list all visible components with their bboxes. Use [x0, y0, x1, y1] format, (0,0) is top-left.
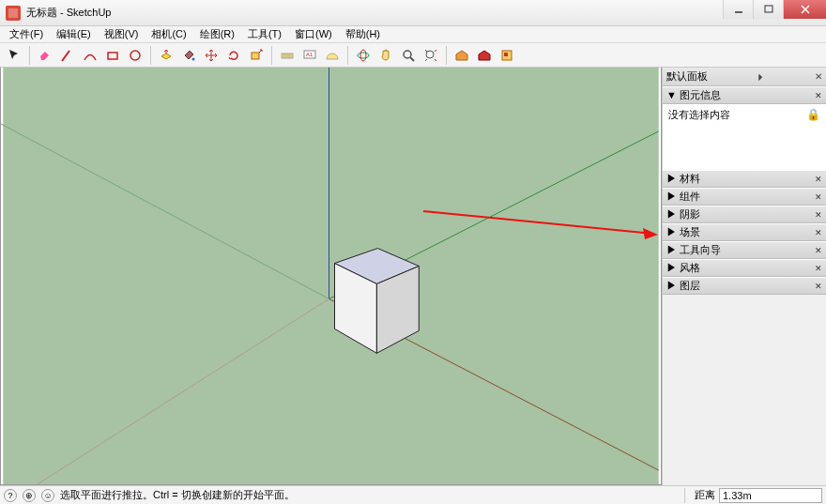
eraser-tool-icon[interactable]	[35, 45, 55, 66]
menu-window[interactable]: 窗口(W)	[289, 26, 338, 42]
panel-close-icon[interactable]: ✕	[815, 282, 822, 291]
toolbar: A1	[0, 43, 826, 68]
circle-tool-icon[interactable]	[125, 45, 145, 66]
panel-close-icon[interactable]: ✕	[815, 246, 822, 255]
move-tool-icon[interactable]	[201, 45, 222, 66]
panel-entity-info[interactable]: ▼ 图元信息 ✕	[663, 86, 826, 104]
panel-components[interactable]: ▶ 组件✕	[663, 188, 826, 206]
tape-tool-icon[interactable]	[277, 45, 298, 66]
workspace: 默认面板 ⏵ ✕ ▼ 图元信息 ✕ 没有选择内容 🔒 ▶ 材料✕ ▶ 组件✕ ▶…	[0, 68, 826, 485]
vcb-label: 距离	[695, 488, 715, 502]
pushpull-tool-icon[interactable]	[156, 45, 176, 66]
maximize-button[interactable]	[753, 0, 783, 19]
panel-styles[interactable]: ▶ 风格✕	[663, 259, 826, 277]
svg-rect-4	[108, 53, 117, 59]
pan-tool-icon[interactable]	[375, 45, 396, 66]
toolbar-sep	[271, 46, 272, 65]
tray-pin-icon[interactable]: ⏵	[757, 71, 766, 82]
warehouse-icon[interactable]	[451, 45, 472, 66]
entity-info-msg: 没有选择内容	[668, 108, 730, 122]
close-button[interactable]	[783, 0, 826, 19]
window-controls	[723, 0, 826, 25]
svg-line-14	[410, 57, 414, 61]
app-icon	[6, 6, 21, 21]
menu-view[interactable]: 视图(V)	[99, 26, 145, 42]
panel-shadows-label: 阴影	[680, 208, 700, 220]
svg-text:A1: A1	[306, 52, 314, 57]
menu-file[interactable]: 文件(F)	[4, 26, 49, 42]
tray-close-icon[interactable]: ✕	[815, 71, 822, 82]
text-tool-icon[interactable]: A1	[299, 45, 320, 66]
menubar: 文件(F) 编辑(E) 视图(V) 相机(C) 绘图(R) 工具(T) 窗口(W…	[0, 26, 826, 43]
window-title: 无标题 - SketchUp	[26, 6, 111, 20]
panel-components-label: 组件	[680, 191, 700, 202]
person-icon[interactable]: ☺	[41, 489, 54, 502]
panel-scenes[interactable]: ▶ 场景✕	[663, 223, 826, 241]
titlebar: 无标题 - SketchUp	[0, 0, 826, 26]
toolbar-sep	[150, 46, 151, 65]
svg-rect-18	[3, 68, 658, 484]
svg-point-15	[426, 51, 434, 58]
layout-icon[interactable]	[497, 45, 517, 66]
help-icon[interactable]: ?	[4, 489, 17, 502]
rotate-tool-icon[interactable]	[223, 45, 244, 66]
svg-point-5	[130, 51, 140, 60]
menu-edit[interactable]: 编辑(E)	[51, 26, 97, 42]
scale-tool-icon[interactable]	[246, 45, 267, 66]
tray-title: 默认面板	[666, 69, 708, 84]
toolbar-sep	[347, 46, 348, 65]
panel-styles-label: 风格	[680, 262, 700, 273]
line-tool-icon[interactable]	[57, 45, 78, 66]
menu-tools[interactable]: 工具(T)	[242, 26, 287, 42]
panel-entity-info-body: 没有选择内容 🔒	[663, 104, 826, 170]
paintbucket-tool-icon[interactable]	[178, 45, 199, 66]
menu-help[interactable]: 帮助(H)	[340, 26, 386, 42]
panel-shadows[interactable]: ▶ 阴影✕	[663, 206, 826, 223]
menu-draw[interactable]: 绘图(R)	[194, 26, 240, 42]
toolbar-sep	[446, 46, 447, 65]
measurements-box: 距离	[679, 488, 822, 503]
svg-point-6	[192, 57, 195, 60]
zoom-tool-icon[interactable]	[398, 45, 419, 66]
panel-instructor-label: 工具向导	[680, 244, 721, 255]
panel-instructor[interactable]: ▶ 工具向导✕	[663, 241, 826, 259]
extension-warehouse-icon[interactable]	[474, 45, 495, 66]
arc-tool-icon[interactable]	[80, 45, 100, 66]
panel-close-icon[interactable]: ✕	[815, 264, 822, 273]
rectangle-tool-icon[interactable]	[102, 45, 123, 66]
default-tray: 默认面板 ⏵ ✕ ▼ 图元信息 ✕ 没有选择内容 🔒 ▶ 材料✕ ▶ 组件✕ ▶…	[662, 68, 826, 485]
panel-close-icon[interactable]: ✕	[815, 175, 822, 184]
svg-rect-17	[504, 53, 508, 56]
panel-layers-label: 图层	[680, 280, 700, 291]
viewport[interactable]	[0, 68, 662, 485]
svg-point-11	[358, 53, 369, 58]
lock-icon[interactable]: 🔒	[806, 108, 820, 121]
status-hint: 选取平面进行推拉。Ctrl = 切换创建新的开始平面。	[60, 488, 295, 502]
svg-point-13	[404, 51, 411, 58]
status-sep	[684, 488, 685, 503]
panel-materials[interactable]: ▶ 材料✕	[663, 170, 826, 188]
minimize-button[interactable]	[723, 0, 753, 19]
panel-close-icon[interactable]: ✕	[815, 91, 822, 100]
svg-rect-1	[765, 6, 772, 12]
panel-close-icon[interactable]: ✕	[815, 228, 822, 237]
select-tool-icon[interactable]	[4, 45, 24, 66]
panel-scenes-label: 场景	[680, 226, 700, 237]
statusbar: ? ⊕ ☺ 选取平面进行推拉。Ctrl = 切换创建新的开始平面。 距离	[0, 485, 826, 504]
tray-header[interactable]: 默认面板 ⏵ ✕	[663, 68, 826, 86]
orbit-tool-icon[interactable]	[353, 45, 374, 66]
svg-point-12	[360, 50, 366, 61]
zoom-extents-tool-icon[interactable]	[421, 45, 441, 66]
menu-camera[interactable]: 相机(C)	[145, 26, 191, 42]
geo-icon[interactable]: ⊕	[23, 489, 36, 502]
panel-materials-label: 材料	[680, 173, 700, 184]
panel-layers[interactable]: ▶ 图层✕	[663, 277, 826, 295]
protractor-tool-icon[interactable]	[322, 45, 343, 66]
panel-close-icon[interactable]: ✕	[815, 192, 822, 202]
toolbar-sep	[29, 46, 30, 65]
panel-entity-info-label: 图元信息	[680, 89, 721, 100]
panel-close-icon[interactable]: ✕	[815, 210, 822, 220]
svg-rect-7	[252, 53, 259, 59]
vcb-input[interactable]	[719, 488, 822, 503]
